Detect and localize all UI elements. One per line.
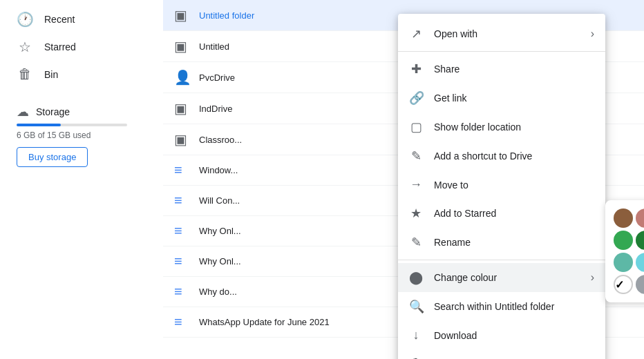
storage-used-text: 6 GB of 15 GB used — [17, 130, 146, 140]
menu-item-change-colour[interactable]: ⬤ Change colour › — [398, 263, 605, 292]
move-to-icon: → — [409, 177, 423, 192]
color-swatch[interactable] — [614, 253, 633, 272]
menu-item-rename[interactable]: ✎ Rename — [398, 228, 605, 257]
color-swatch[interactable] — [636, 231, 644, 250]
file-name: Why Onl... — [199, 226, 241, 236]
menu-label-rename: Rename — [434, 237, 594, 248]
color-swatch[interactable] — [614, 208, 633, 228]
recent-icon: 🕐 — [17, 11, 33, 28]
storage-title: Storage — [36, 106, 70, 117]
file-name: Untitled — [199, 41, 229, 52]
show-folder-location-icon: ▢ — [409, 119, 423, 135]
sidebar-label-starred: Starred — [44, 41, 76, 52]
file-name: Why do... — [199, 287, 237, 297]
storage-bar-fill — [17, 124, 61, 126]
sidebar-label-recent: Recent — [44, 14, 75, 25]
color-grid: ✓ — [614, 208, 644, 294]
menu-label-get-link: Get link — [434, 93, 594, 104]
file-name: Untitled folder — [199, 10, 254, 21]
sidebar-label-bin: Bin — [44, 69, 58, 80]
sidebar-item-bin[interactable]: 🗑 Bin — [0, 61, 152, 88]
doc-icon: ≡ — [174, 223, 191, 239]
folder-icon: ▣ — [174, 7, 191, 23]
menu-item-add-shortcut[interactable]: ✎ Add a shortcut to Drive — [398, 142, 605, 171]
file-name: PvcDrive — [199, 72, 235, 83]
menu-item-remove[interactable]: 🗑 Remove — [398, 349, 605, 359]
storage-label-row: ☁ Storage — [17, 104, 146, 119]
menu-item-show-folder-location[interactable]: ▢ Show folder location — [398, 113, 605, 142]
menu-item-move-to[interactable]: → Move to — [398, 171, 605, 199]
menu-label-open-with: Open with — [434, 28, 580, 39]
menu-label-show-folder-location: Show folder location — [434, 122, 594, 133]
file-name: Window... — [199, 165, 238, 175]
share-icon: ✚ — [409, 61, 423, 77]
menu-label-search-within: Search within Untitled folder — [434, 301, 594, 312]
folder-icon: ▣ — [174, 131, 191, 148]
color-swatch[interactable] — [636, 253, 644, 272]
menu-item-get-link[interactable]: 🔗 Get link — [398, 84, 605, 113]
menu-label-add-starred: Add to Starred — [434, 208, 594, 219]
add-shortcut-icon: ✎ — [409, 148, 423, 164]
folder-icon: ▣ — [174, 38, 191, 55]
menu-label-download: Download — [434, 330, 594, 341]
submenu-arrow: › — [591, 28, 594, 40]
rename-icon: ✎ — [409, 235, 423, 250]
menu-label-change-colour: Change colour — [434, 272, 580, 283]
file-name: Classroo... — [199, 135, 242, 145]
people-icon: 👤 — [174, 69, 191, 86]
doc-icon: ≡ — [174, 193, 191, 208]
doc-icon: ≡ — [174, 253, 191, 269]
get-link-icon: 🔗 — [409, 90, 423, 106]
menu-item-share[interactable]: ✚ Share — [398, 55, 605, 84]
menu-label-add-shortcut: Add a shortcut to Drive — [434, 151, 594, 162]
sidebar-item-recent[interactable]: 🕐 Recent — [0, 6, 152, 33]
menu-label-move-to: Move to — [434, 180, 594, 191]
menu-item-search-within[interactable]: 🔍 Search within Untitled folder — [398, 292, 605, 321]
file-name: Will Con... — [199, 195, 240, 206]
menu-item-open-with[interactable]: ↗ Open with › — [398, 19, 605, 48]
folder-icon: ▣ — [174, 100, 191, 117]
add-starred-icon: ★ — [409, 206, 423, 221]
open-with-icon: ↗ — [409, 26, 423, 41]
starred-icon: ☆ — [17, 39, 33, 55]
file-name: Why Onl... — [199, 256, 241, 266]
search-within-icon: 🔍 — [409, 299, 423, 314]
change-colour-icon: ⬤ — [409, 270, 423, 285]
doc-icon: ≡ — [174, 162, 191, 178]
file-name: IndDrive — [199, 104, 232, 114]
buy-storage-button[interactable]: Buy storage — [17, 147, 88, 167]
color-swatch[interactable]: ✓ — [614, 275, 633, 294]
context-menu: ↗ Open with › ✚ Share 🔗 Get link ▢ Show … — [398, 14, 605, 359]
sidebar-item-starred[interactable]: ☆ Starred — [0, 33, 152, 61]
menu-divider — [398, 51, 605, 52]
submenu-arrow: › — [591, 271, 594, 284]
storage-bar-background — [17, 124, 127, 126]
storage-section: ☁ Storage 6 GB of 15 GB used Buy storage — [11, 99, 152, 173]
menu-item-download[interactable]: ↓ Download — [398, 321, 605, 349]
bin-icon: 🗑 — [17, 66, 33, 82]
color-swatch[interactable] — [636, 275, 644, 294]
doc-icon: ≡ — [174, 314, 191, 330]
remove-icon: 🗑 — [409, 356, 423, 359]
doc-icon: ≡ — [174, 284, 191, 300]
download-icon: ↓ — [409, 328, 423, 342]
file-name: WhatsApp Update for June 2021 — [199, 317, 330, 327]
color-swatch[interactable] — [636, 208, 644, 228]
main-content: ▣Untitled folder▣Untitled👤PvcDrive▣IndDr… — [163, 0, 644, 359]
sidebar: 🕐 Recent ☆ Starred 🗑 Bin ☁ Storage 6 GB … — [0, 0, 163, 359]
storage-cloud-icon: ☁ — [17, 104, 29, 119]
menu-item-add-starred[interactable]: ★ Add to Starred — [398, 199, 605, 228]
color-picker: ✓ — [605, 200, 644, 302]
menu-divider — [398, 260, 605, 260]
color-swatch[interactable] — [614, 231, 633, 250]
menu-label-share: Share — [434, 64, 594, 75]
